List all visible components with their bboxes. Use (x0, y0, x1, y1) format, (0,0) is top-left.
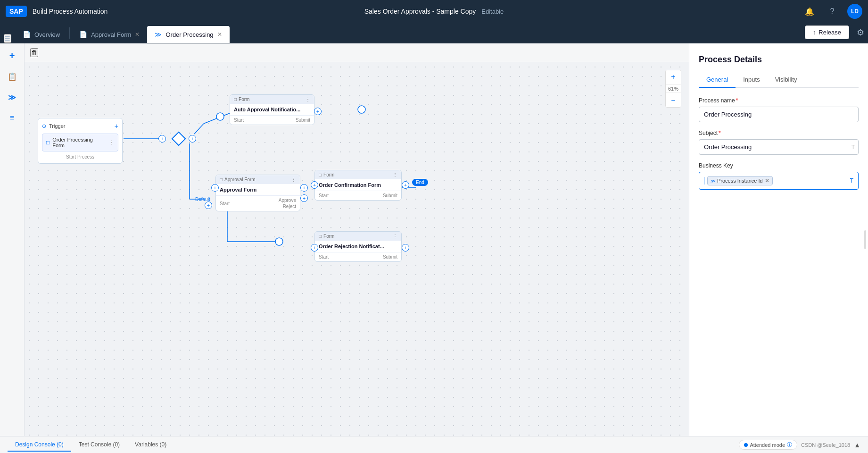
business-key-field: Business Key ≫ Process Instance Id ✕ T (699, 162, 859, 190)
order-confirmation-header: □ Form ⋮ (315, 170, 401, 179)
approval-form-node-footer: Start Approve Reject (216, 196, 300, 211)
bottom-tab-test-console[interactable]: Test Console (0) (71, 438, 127, 452)
release-button[interactable]: ↑ Release (805, 25, 849, 39)
approval-form-node-menu[interactable]: ⋮ (291, 177, 296, 182)
auto-approval-type-icon: □ (234, 97, 237, 102)
process-name-field: Process name* (699, 97, 859, 122)
release-label: Release (818, 29, 841, 36)
order-rejection-title: Order Rejection Notificat... (315, 241, 401, 252)
approval-form-reject-circle[interactable]: + (300, 194, 308, 202)
trigger-add-button[interactable]: + (115, 122, 118, 130)
order-confirmation-action: Submit (383, 193, 397, 198)
panel-tab-visibility[interactable]: Visibility (768, 72, 805, 88)
order-conf-right-circle[interactable]: + (402, 181, 409, 189)
list-icon[interactable]: ≡ (4, 109, 21, 126)
copyright: CSDN @Seele_1018 (801, 442, 850, 448)
right-panel: Process Details General Inputs Visibilit… (689, 43, 868, 436)
top-navigation: SAP Build Process Automation Sales Order… (0, 0, 868, 23)
settings-icon[interactable]: ⚙ (857, 27, 864, 38)
order-confirmation-type: Form (323, 172, 334, 177)
bottom-expand-button[interactable]: ▲ (854, 441, 860, 449)
center-title: Sales Order Approvals - Sample Copy Edit… (364, 8, 504, 15)
trash-icon[interactable]: 🗑 (30, 48, 38, 57)
auto-approval-menu[interactable]: ⋮ (306, 97, 310, 102)
panel-tab-inputs[interactable]: Inputs (736, 72, 767, 88)
order-confirmation-type-icon: □ (319, 172, 322, 177)
order-rejection-action: Submit (383, 254, 397, 260)
panel-title: Process Details (699, 55, 859, 65)
order-rejection-footer: Start Submit (315, 252, 401, 261)
auto-approval-header: □ Form ⋮ (230, 95, 314, 104)
zoom-out-button[interactable]: − (666, 94, 681, 107)
auto-approval-start: Start (234, 117, 244, 123)
auto-approval-right-circle[interactable]: + (314, 108, 322, 115)
auto-approval-title: Auto Approval Notificatio... (230, 104, 314, 116)
attended-info-icon[interactable]: ⓘ (787, 441, 792, 448)
business-key-input[interactable]: ≫ Process Instance Id ✕ T (699, 172, 859, 190)
order-rej-right-circle[interactable]: + (402, 244, 409, 252)
trigger-form-item[interactable]: □ Order Processing Form ⋮ (42, 134, 118, 151)
order-confirmation-menu[interactable]: ⋮ (393, 172, 397, 177)
process-name-input[interactable] (699, 107, 859, 122)
gateway-diamond[interactable] (171, 131, 186, 146)
order-rej-left-circle[interactable]: + (311, 244, 318, 252)
zoom-level: 61% (666, 84, 681, 93)
order-processing-tab-label: Order Processing (165, 31, 213, 38)
order-rejection-node: □ Form ⋮ Order Rejection Notificat... St… (314, 231, 402, 262)
notifications-icon[interactable]: 🔔 (802, 4, 817, 19)
tag-remove-button[interactable]: ✕ (765, 177, 769, 184)
attended-mode-label: Attended mode (750, 442, 785, 448)
help-icon[interactable]: ? (825, 4, 840, 19)
approval-form-close-icon[interactable]: ✕ (135, 31, 140, 38)
trigger-item-menu[interactable]: ⋮ (109, 140, 114, 146)
tab-overview[interactable]: 📄 Overview (15, 26, 67, 43)
bottom-right-area: Attended mode ⓘ CSDN @Seele_1018 ▲ (739, 440, 860, 450)
subject-input[interactable] (699, 139, 859, 155)
editable-badge: Editable (481, 8, 504, 15)
bottom-tab-design-console[interactable]: Design Console (0) (8, 438, 71, 452)
approval-form-type-icon: □ (220, 177, 223, 182)
tag-process-icon: ≫ (711, 178, 715, 184)
auto-approval-footer: Start Submit (230, 116, 314, 125)
trigger-node: ⊙ Trigger + □ Order Processing Form ⋮ St… (38, 118, 123, 164)
svg-line-2 (194, 124, 204, 134)
bottom-tab-variables[interactable]: Variables (0) (127, 438, 174, 452)
order-rejection-start: Start (319, 254, 329, 260)
order-rejection-menu[interactable]: ⋮ (393, 234, 397, 239)
approval-form-type: Approval Form (224, 177, 256, 182)
trigger-circle-icon: ⊙ (42, 123, 46, 129)
order-processing-close-icon[interactable]: ✕ (217, 31, 222, 38)
project-title: Sales Order Approvals - Sample Copy (364, 8, 476, 15)
approval-form-left-circle[interactable]: + (211, 184, 219, 192)
order-rejection-type-icon: □ (319, 234, 322, 239)
scroll-indicator[interactable] (864, 230, 866, 249)
document-icon[interactable]: 📋 (4, 68, 21, 85)
default-path-circle[interactable]: + (205, 201, 212, 209)
approval-form-node-header: □ Approval Form ⋮ (216, 175, 300, 184)
auto-approval-action: Submit (296, 117, 310, 123)
process-icon[interactable]: ≫ (4, 89, 21, 106)
top-right-actions: 🔔 ? LD (802, 4, 862, 19)
trigger-footer: Start Process (42, 154, 118, 159)
approval-form-start: Start (220, 201, 230, 206)
canvas-background[interactable]: ⊙ Trigger + □ Order Processing Form ⋮ St… (25, 62, 689, 436)
approval-form-approve: Approve (279, 198, 296, 203)
tab-order-processing[interactable]: ≫ Order Processing ✕ (147, 26, 229, 43)
approval-form-approve-circle[interactable]: + (300, 184, 308, 192)
zoom-in-button[interactable]: + (666, 70, 681, 84)
panel-tab-general[interactable]: General (699, 72, 736, 88)
trigger-connector-circle[interactable]: + (158, 135, 166, 143)
order-processing-tab-icon: ≫ (155, 31, 162, 38)
tab-approval-form[interactable]: 📄 Approval Form ✕ (72, 26, 147, 43)
add-button[interactable]: + (4, 47, 21, 64)
subject-cursor-icon: T (851, 144, 855, 151)
hamburger-menu-icon[interactable]: ☰ (4, 34, 11, 43)
attended-mode-badge[interactable]: Attended mode ⓘ (739, 440, 797, 450)
subject-required: * (719, 130, 721, 136)
overview-tab-icon: 📄 (23, 31, 31, 38)
post-gateway-circle[interactable]: + (189, 135, 196, 143)
order-conf-left-circle[interactable]: + (311, 181, 318, 189)
avatar[interactable]: LD (847, 4, 862, 19)
bottom-bar: Design Console (0) Test Console (0) Vari… (0, 436, 868, 453)
sap-logo: SAP (6, 6, 27, 17)
